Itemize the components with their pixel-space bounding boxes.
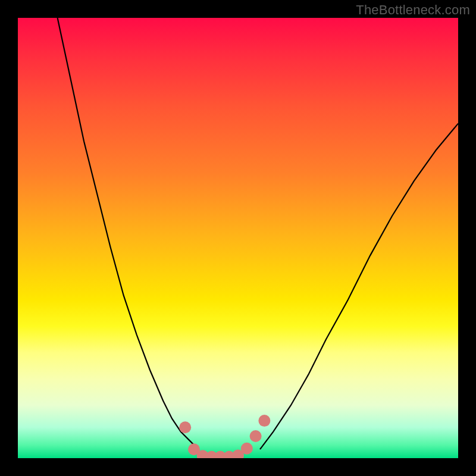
watermark-label: TheBottleneck.com [356,2,470,18]
valley-marker [258,415,270,427]
chart-frame: TheBottleneck.com [0,0,476,476]
valley-markers [179,415,270,458]
right-curve [260,124,458,450]
curve-layer [18,18,458,458]
left-curve [58,18,199,449]
valley-marker [250,430,262,442]
valley-marker [241,443,253,455]
valley-marker [179,421,191,433]
plot-area [18,18,458,458]
